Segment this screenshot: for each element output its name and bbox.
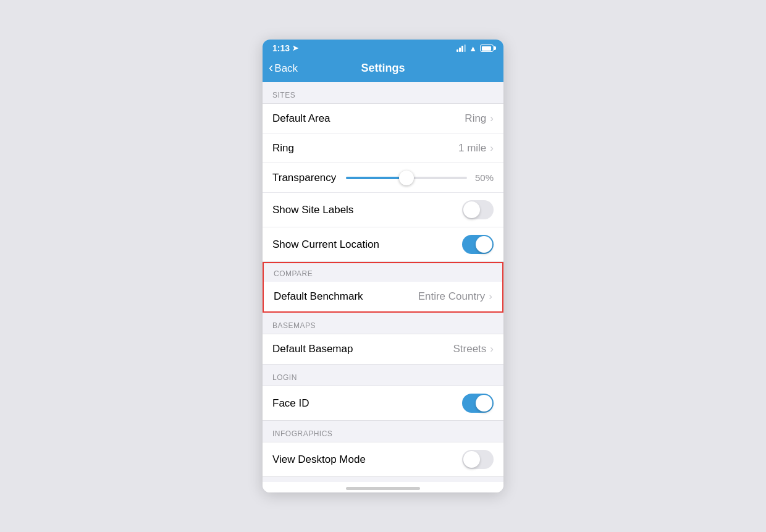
default-area-label: Default Area xyxy=(272,112,330,125)
desktop-mode-toggle-thumb xyxy=(463,451,480,468)
login-section-header: LOGIN xyxy=(263,365,503,386)
sites-section-header: SITES xyxy=(263,82,503,103)
back-label: Back xyxy=(274,62,298,75)
default-benchmark-value: Entire Country › xyxy=(418,290,492,303)
default-area-value: Ring › xyxy=(465,112,494,125)
default-benchmark-row[interactable]: Default Benchmark Entire Country › xyxy=(264,282,502,311)
slider-thumb[interactable] xyxy=(399,171,414,185)
battery-icon xyxy=(480,44,494,52)
toggle-thumb-on xyxy=(476,236,492,253)
default-benchmark-label: Default Benchmark xyxy=(274,290,363,303)
settings-content: SITES Default Area Ring › Ring 1 mile › xyxy=(263,82,503,482)
show-site-labels-row: Show Site Labels xyxy=(263,193,503,227)
view-desktop-mode-toggle[interactable] xyxy=(462,450,494,469)
ring-label: Ring xyxy=(272,142,294,154)
time-label: 1:13 xyxy=(272,43,290,53)
infographics-section-header: INFOGRAPHICS xyxy=(263,421,503,442)
back-button[interactable]: ‹ Back xyxy=(269,62,298,75)
basemaps-group: Default Basemap Streets › xyxy=(263,334,503,365)
default-basemap-value: Streets › xyxy=(453,343,494,355)
ring-row[interactable]: Ring 1 mile › xyxy=(263,133,503,163)
slider-fill xyxy=(346,177,406,179)
wifi-icon: ▲ xyxy=(469,44,477,53)
compare-section-header: COMPARE xyxy=(264,263,502,282)
view-desktop-mode-label: View Desktop Mode xyxy=(272,454,366,466)
transparency-value: 50% xyxy=(472,172,494,183)
home-indicator xyxy=(263,482,503,492)
compare-section-highlighted: COMPARE Default Benchmark Entire Country… xyxy=(263,262,503,313)
toggle-thumb xyxy=(463,201,480,218)
login-group: Face ID xyxy=(263,386,503,421)
face-id-toggle-thumb xyxy=(476,395,492,412)
default-area-value-text: Ring xyxy=(465,112,486,125)
nav-bar: ‹ Back Settings xyxy=(263,56,503,82)
default-benchmark-value-text: Entire Country xyxy=(418,290,486,303)
face-id-toggle[interactable] xyxy=(462,394,494,413)
view-desktop-mode-row: View Desktop Mode xyxy=(263,442,503,476)
status-right: ▲ xyxy=(457,44,494,53)
ring-value: 1 mile › xyxy=(458,142,494,154)
slider-track xyxy=(346,177,467,179)
show-site-labels-label: Show Site Labels xyxy=(272,204,353,216)
transparency-slider[interactable] xyxy=(346,177,467,179)
default-area-row[interactable]: Default Area Ring › xyxy=(263,104,503,133)
sites-group: Default Area Ring › Ring 1 mile › Transp… xyxy=(263,103,503,262)
default-basemap-row[interactable]: Default Basemap Streets › xyxy=(263,334,503,364)
show-site-labels-toggle[interactable] xyxy=(462,200,494,219)
signal-icon xyxy=(457,44,466,52)
location-arrow-icon: ➤ xyxy=(292,44,298,53)
status-bar: 1:13 ➤ ▲ xyxy=(263,40,503,56)
show-current-location-label: Show Current Location xyxy=(272,239,379,251)
bottom-spacer xyxy=(263,477,503,482)
benchmark-chevron-icon: › xyxy=(489,290,492,303)
default-basemap-label: Default Basemap xyxy=(272,343,353,355)
home-bar xyxy=(346,487,420,490)
transparency-row: Transparency 50% xyxy=(263,163,503,193)
ring-chevron-icon: › xyxy=(490,142,494,154)
ring-value-text: 1 mile xyxy=(458,142,486,154)
nav-title: Settings xyxy=(361,62,405,75)
back-chevron-icon: ‹ xyxy=(269,61,273,75)
infographics-group: View Desktop Mode xyxy=(263,442,503,477)
chevron-right-icon: › xyxy=(490,112,494,125)
phone-frame: 1:13 ➤ ▲ ‹ Back Settings SITES xyxy=(263,40,503,492)
status-left: 1:13 ➤ xyxy=(272,43,298,53)
basemap-chevron-icon: › xyxy=(490,343,494,355)
transparency-label: Transparency xyxy=(272,172,336,184)
show-current-location-toggle[interactable] xyxy=(462,235,494,254)
face-id-row: Face ID xyxy=(263,386,503,420)
default-basemap-value-text: Streets xyxy=(453,343,486,355)
show-current-location-row: Show Current Location xyxy=(263,227,503,261)
basemaps-section-header: BASEMAPS xyxy=(263,313,503,334)
face-id-label: Face ID xyxy=(272,397,309,410)
